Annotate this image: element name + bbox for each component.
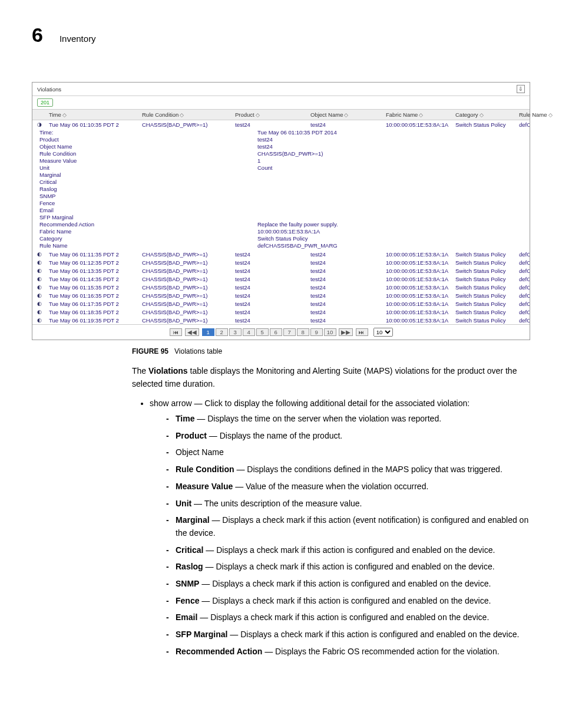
table-row[interactable]: ◐Tue May 06 01:15:35 PDT 2CHASSIS(BAD_PW… [32,283,530,291]
definition-item: Product — Displays the name of the produ… [166,430,530,443]
col-category[interactable]: Category◇ [453,110,517,120]
pager-size-select[interactable]: 10 [373,328,393,337]
sort-icon: ◇ [548,112,553,118]
pager-next[interactable]: ▶▶ [339,328,353,336]
expand-arrow-icon[interactable]: ◐ [32,292,47,299]
col-fabric-name[interactable]: Fabric Name◇ [384,110,453,120]
expand-arrow-icon[interactable]: ◐ [32,301,47,307]
sort-icon: ◇ [62,112,67,118]
table-row[interactable]: ◐Tue May 06 01:18:35 PDT 2CHASSIS(BAD_PW… [32,308,530,316]
table-row[interactable]: ◐Tue May 06 01:11:35 PDT 2CHASSIS(BAD_PW… [32,250,530,258]
table-row[interactable]: ◐Tue May 06 01:13:35 PDT 2CHASSIS(BAD_PW… [32,266,530,275]
definition-item: Critical — Displays a check mark if this… [166,544,530,557]
expand-arrow-icon[interactable]: ◐ [32,284,47,291]
expand-arrow-icon[interactable]: ◐ [32,259,47,266]
pager-page[interactable]: 9 [310,328,323,336]
definition-item: Unit — The units description of the meas… [166,498,530,510]
sort-icon: ◇ [480,112,484,118]
pager-page[interactable]: 3 [229,328,242,336]
table-row[interactable]: ◑Tue May 06 01:10:35 PDT 2CHASSIS(BAD_PW… [32,120,530,129]
pager-page[interactable]: 7 [283,328,296,336]
panel-title: Violations [37,86,517,93]
violations-panel: Violations ⇩ 201 Time◇ Rule Condition◇ P… [32,82,530,340]
pager-prev[interactable]: ◀◀ [185,328,199,336]
sort-icon: ◇ [256,112,260,118]
row-detail: Time:Tue May 06 01:10:35 PDT 2014Product… [32,129,530,250]
definition-item: Object Name [166,446,530,459]
definition-item: SNMP — Displays a check mark if this act… [166,578,530,591]
col-time[interactable]: Time◇ [47,110,140,120]
filter-badge[interactable]: 201 [37,98,53,107]
pager-page[interactable]: 10 [324,328,336,336]
expand-arrow-icon[interactable]: ◐ [32,268,47,274]
pager-page[interactable]: 6 [270,328,282,336]
definition-item: Measure Value — Value of the measure whe… [166,480,530,493]
chapter-number: 6 [32,24,43,47]
table-row[interactable]: ◐Tue May 06 01:12:35 PDT 2CHASSIS(BAD_PW… [32,258,530,266]
definition-item: Marginal — Displays a check mark if this… [166,514,530,539]
definition-item: Email — Displays a check mark if this ac… [166,611,530,624]
definition-item: Rule Condition — Displays the conditions… [166,463,530,476]
export-icon[interactable]: ⇩ [517,85,525,93]
pager-page[interactable]: 5 [256,328,269,336]
chapter-title: Inventory [59,34,96,44]
body-text: The Violations table displays the Monito… [132,365,530,658]
pager-last[interactable]: ⏭ [356,328,368,336]
definition-item: Time — Displays the time on the server w… [166,413,530,426]
pager-page[interactable]: 4 [243,328,255,336]
definition-item: Fence — Displays a check mark if this ac… [166,595,530,608]
page-header: 6 Inventory [32,24,530,47]
expand-arrow-icon[interactable]: ◐ [32,276,47,282]
col-rule-condition[interactable]: Rule Condition◇ [140,110,233,120]
col-product[interactable]: Product◇ [233,110,308,120]
pager-first[interactable]: ⏮ [170,328,182,336]
sort-icon: ◇ [344,112,348,118]
table-row[interactable]: ◐Tue May 06 01:17:35 PDT 2CHASSIS(BAD_PW… [32,299,530,308]
definition-item: SFP Marginal — Displays a check mark if … [166,628,530,641]
expand-arrow-icon[interactable]: ◑ [32,121,47,128]
expand-arrow-icon[interactable]: ◐ [32,317,47,324]
expand-arrow-icon[interactable]: ◐ [32,251,47,258]
col-object-name[interactable]: Object Name◇ [308,110,384,120]
col-rule-name[interactable]: Rule Name◇ [517,110,562,120]
pager: ⏮ ◀◀ 12345678910 ▶▶ ⏭ 10 [32,324,530,340]
table-row[interactable]: ◐Tue May 06 01:14:35 PDT 2CHASSIS(BAD_PW… [32,275,530,283]
figure-caption: FIGURE 95 Violations table [132,347,530,355]
pager-page[interactable]: 1 [202,328,214,336]
table-header: Time◇ Rule Condition◇ Product◇ Object Na… [32,109,530,120]
pager-page[interactable]: 2 [216,328,228,336]
sort-icon: ◇ [419,112,423,118]
pager-page[interactable]: 8 [297,328,309,336]
bullet-show-arrow: show arrow — Click to display the follow… [150,397,530,658]
table-row[interactable]: ◐Tue May 06 01:19:35 PDT 2CHASSIS(BAD_PW… [32,316,530,324]
definition-item: Recommended Action — Displays the Fabric… [166,645,530,658]
table-row[interactable]: ◐Tue May 06 01:16:35 PDT 2CHASSIS(BAD_PW… [32,291,530,299]
expand-arrow-icon[interactable]: ◐ [32,309,47,315]
sort-icon: ◇ [180,112,184,118]
definition-item: Raslog — Displays a check mark if this a… [166,561,530,574]
